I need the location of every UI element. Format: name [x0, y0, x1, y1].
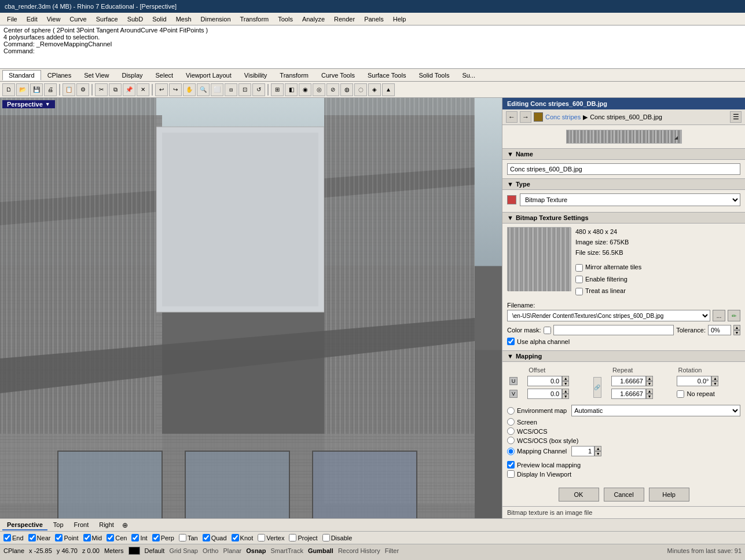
- display-in-viewport-checkbox[interactable]: [507, 470, 515, 478]
- u-rotation-up[interactable]: ▲: [711, 376, 718, 381]
- toolbar-copy[interactable]: ⧉: [109, 83, 122, 96]
- section-bitmap-header[interactable]: ▼ Bitmap Texture Settings: [502, 212, 745, 224]
- toolbar-zoom-window[interactable]: ⬜: [211, 83, 223, 96]
- wcs-ocs-radio[interactable]: [507, 427, 515, 435]
- toolbar-open[interactable]: 📂: [16, 83, 29, 96]
- nav-forward-button[interactable]: →: [520, 111, 531, 123]
- toolbar-more1[interactable]: ◉: [299, 83, 311, 96]
- toolbar-zoom-sel[interactable]: ⊡: [238, 83, 251, 96]
- menu-curve[interactable]: Curve: [65, 14, 91, 24]
- cancel-button[interactable]: Cancel: [604, 488, 644, 502]
- viewport-tab-right[interactable]: Right: [94, 520, 119, 530]
- tolerance-input[interactable]: [708, 325, 731, 335]
- menu-tools[interactable]: Tools: [273, 14, 298, 24]
- menu-edit[interactable]: Edit: [22, 14, 42, 24]
- no-repeat-checkbox[interactable]: [677, 390, 684, 398]
- viewport-tab-front[interactable]: Front: [69, 520, 94, 530]
- menu-mesh[interactable]: Mesh: [171, 14, 196, 24]
- status-grid-snap[interactable]: Grid Snap: [169, 547, 198, 554]
- menu-surface[interactable]: Surface: [91, 14, 123, 24]
- uv-link-button[interactable]: 🔗: [593, 377, 601, 398]
- v-offset-up[interactable]: ▲: [562, 389, 569, 394]
- color-mask-checkbox[interactable]: [544, 327, 551, 334]
- viewport-perspective-label[interactable]: Perspective ▼: [2, 100, 55, 108]
- toolbar-pan[interactable]: ✋: [183, 83, 196, 96]
- toolbar-new[interactable]: 🗋: [2, 83, 15, 96]
- section-mapping-header[interactable]: ▼ Mapping: [502, 350, 745, 362]
- color-mask-swatch[interactable]: [553, 325, 674, 335]
- u-offset-up[interactable]: ▲: [562, 376, 569, 381]
- mapping-channel-down[interactable]: ▼: [594, 451, 601, 456]
- type-select[interactable]: Bitmap Texture: [520, 193, 740, 206]
- enable-filtering-checkbox[interactable]: [575, 276, 583, 283]
- toolbar-zoom-ext[interactable]: ⧈: [225, 83, 237, 96]
- menu-file[interactable]: File: [2, 14, 22, 24]
- status-smart-track[interactable]: SmartTrack: [270, 547, 303, 554]
- menu-analyze[interactable]: Analyze: [298, 14, 329, 24]
- toolbar-redo[interactable]: ↪: [169, 83, 182, 96]
- section-name-header[interactable]: ▼ Name: [502, 148, 745, 160]
- toolbar-undo[interactable]: ↩: [155, 83, 168, 96]
- tab-display[interactable]: Display: [115, 70, 149, 80]
- toolbar-save[interactable]: 💾: [30, 83, 43, 96]
- toolbar-cut[interactable]: ✂: [95, 83, 108, 96]
- tab-set-view[interactable]: Set View: [78, 70, 115, 80]
- status-ortho[interactable]: Ortho: [203, 547, 219, 554]
- u-offset-input[interactable]: [527, 376, 562, 386]
- status-osnap[interactable]: Osnap: [246, 547, 266, 554]
- v-repeat-up[interactable]: ▲: [646, 389, 653, 394]
- osnap-end-checkbox[interactable]: [3, 534, 11, 541]
- status-planar[interactable]: Planar: [223, 547, 241, 554]
- toolbar-paste[interactable]: 📌: [123, 83, 135, 96]
- status-filter[interactable]: Filter: [385, 547, 399, 554]
- section-type-header[interactable]: ▼ Type: [502, 178, 745, 190]
- tab-su[interactable]: Su...: [456, 70, 482, 80]
- environment-map-radio[interactable]: [507, 407, 515, 415]
- filename-browse-button[interactable]: ...: [713, 310, 725, 321]
- ok-button[interactable]: OK: [559, 488, 599, 502]
- toolbar-more3[interactable]: ⊘: [326, 83, 339, 96]
- toolbar-options[interactable]: ⚙: [76, 83, 89, 96]
- menu-transform[interactable]: Transform: [236, 14, 274, 24]
- toolbar-print[interactable]: 🖨: [44, 83, 57, 96]
- filename-select[interactable]: \en-US\Render Content\Textures\Conc stri…: [507, 310, 710, 321]
- u-repeat-up[interactable]: ▲: [646, 376, 653, 381]
- toolbar-more2[interactable]: ◎: [313, 83, 325, 96]
- menu-panels[interactable]: Panels: [359, 14, 388, 24]
- viewport-tab-top[interactable]: Top: [49, 520, 68, 530]
- menu-dimension[interactable]: Dimension: [196, 14, 236, 24]
- panel-menu-button[interactable]: ☰: [730, 111, 742, 123]
- osnap-project-checkbox[interactable]: [289, 534, 296, 541]
- v-offset-input[interactable]: [527, 389, 562, 399]
- use-alpha-channel-checkbox[interactable]: [507, 338, 515, 345]
- viewport-area[interactable]: Perspective ▼: [0, 98, 502, 518]
- tab-select[interactable]: Select: [149, 70, 180, 80]
- osnap-cen-checkbox[interactable]: [107, 534, 114, 541]
- viewport-add-tab-button[interactable]: ⊕: [122, 521, 128, 529]
- toolbar-zoom-in[interactable]: 🔍: [197, 83, 210, 96]
- osnap-disable-checkbox[interactable]: [322, 534, 330, 541]
- menu-help[interactable]: Help: [388, 14, 411, 24]
- status-record-history[interactable]: Record History: [338, 547, 380, 554]
- filename-edit-button[interactable]: ✏: [728, 310, 740, 321]
- mapping-channel-input[interactable]: [571, 446, 594, 456]
- tab-standard[interactable]: Standard: [2, 70, 41, 80]
- environment-map-select[interactable]: Automatic: [571, 405, 740, 416]
- menu-view[interactable]: View: [42, 14, 65, 24]
- u-repeat-input[interactable]: [611, 376, 646, 386]
- tab-transform[interactable]: Transform: [273, 70, 315, 80]
- viewport-tab-perspective[interactable]: Perspective: [2, 520, 47, 530]
- tab-viewport-layout[interactable]: Viewport Layout: [179, 70, 238, 80]
- toolbar-more7[interactable]: ▲: [382, 83, 395, 96]
- status-color-swatch[interactable]: [129, 547, 140, 555]
- u-rotation-input[interactable]: [677, 376, 711, 386]
- u-repeat-down[interactable]: ▼: [646, 381, 653, 386]
- mapping-channel-radio[interactable]: [507, 448, 515, 455]
- viewport-dropdown-icon[interactable]: ▼: [45, 101, 50, 107]
- tab-surface-tools[interactable]: Surface Tools: [361, 70, 412, 80]
- toolbar-more4[interactable]: ◍: [340, 83, 353, 96]
- osnap-mid-checkbox[interactable]: [83, 534, 91, 541]
- toolbar-delete[interactable]: ✕: [137, 83, 149, 96]
- preview-local-mapping-checkbox[interactable]: [507, 461, 515, 469]
- menu-solid[interactable]: Solid: [148, 14, 171, 24]
